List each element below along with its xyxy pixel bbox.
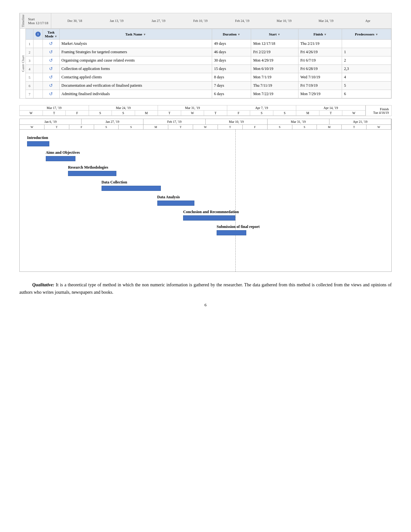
text-section: Qualitative: It is a theoretical type of…	[19, 281, 392, 296]
timeline-date-tick: Feb 10, '19	[180, 19, 221, 23]
row-info	[34, 56, 43, 65]
task-name-cell: Admitting finalised individuals	[59, 90, 212, 98]
timeline-date-tick: Feb 24, '19	[221, 19, 263, 23]
gantt-visual-header: Jan 6, '19Jan 27, '19Feb 17, '19Mar 10, …	[20, 119, 391, 125]
gantt-bar-row: Research Methodologies	[20, 166, 391, 177]
gantt-bar-row: Introduction	[20, 136, 391, 148]
gantt-subheader-day: T	[342, 125, 367, 129]
finish-cell: Thu 2/21/19	[298, 40, 342, 48]
gantt-subheader-day: T	[168, 125, 193, 129]
gantt-subheader-day: S	[119, 125, 143, 129]
row-info	[34, 40, 43, 48]
gantt-subheader-day: W	[367, 125, 391, 129]
row-number: 3	[26, 56, 34, 65]
bottom-date-cell: Mar 24, '19	[89, 105, 158, 110]
row-number: 2	[26, 48, 34, 56]
start-cell: Fri 2/22/19	[251, 48, 298, 56]
task-name-cell: Organising compaigns and cause related e…	[59, 56, 212, 65]
bottom-day-cell: T	[204, 111, 227, 115]
row-info	[34, 65, 43, 73]
timeline-date-tick: Jan 27, '19	[138, 19, 180, 23]
timeline-start-date: Mon 12/17/18	[28, 21, 48, 25]
bottom-date-cell: Mar 31, '19	[158, 105, 227, 110]
table-row: 6 ↺ Documentation and verification of fi…	[26, 82, 391, 90]
task-name-cell: Market Analysis	[59, 40, 212, 48]
gantt-bar-row: Submission of final report	[20, 225, 391, 237]
gantt-task-label: Introduction	[27, 135, 48, 140]
gantt-header-date: Jan 27, '19	[82, 119, 143, 124]
gantt-subheader-day: W	[20, 125, 44, 129]
duration-cell: 46 days	[212, 48, 251, 56]
row-number: 4	[26, 65, 34, 73]
gantt-subheader-day: M	[143, 125, 168, 129]
task-mode-icon: ↺	[49, 66, 53, 72]
timeline-header: Timeline Start Mon 12/17/18 Dec 30, '18J…	[20, 13, 391, 29]
task-mode-icon: ↺	[49, 41, 53, 46]
bottom-days-row: WTFSSMTWTFSSMTW	[20, 111, 366, 116]
task-mode-cell: ↺	[43, 56, 60, 65]
bottom-day-cell: S	[250, 111, 273, 115]
bottom-day-cell: S	[273, 111, 297, 115]
th-task-mode: TaskMode ▼	[43, 29, 60, 40]
gantt-subheader-day: S	[268, 125, 292, 129]
predecessors-cell	[342, 40, 391, 48]
duration-cell: 8 days	[212, 73, 251, 82]
bottom-day-cell: W	[20, 111, 43, 115]
gantt-bar	[46, 156, 75, 161]
info-icon: i	[35, 32, 41, 37]
start-cell: Thu 7/11/19	[251, 82, 298, 90]
gantt-task-label: Conclusion and Recommnedation	[183, 210, 239, 214]
gantt-table: i TaskMode ▼ Task Name ▼ Duration ▼ Star…	[25, 29, 391, 98]
gantt-subheader-day: T	[218, 125, 243, 129]
row-info	[34, 73, 43, 82]
gantt-header-date: Mar 10, '19	[206, 119, 268, 124]
timeline-date-tick: Dec 30, '18	[54, 19, 96, 23]
row-info	[34, 90, 43, 98]
table-row: 2 ↺ Framing Strategies for targeted cons…	[26, 48, 391, 56]
bottom-timeline-section: Mar 17, '19Mar 24, '19Mar 31, '19Apr 7, …	[19, 105, 392, 116]
row-number: 1	[26, 40, 34, 48]
predecessors-cell: 2,3	[342, 65, 391, 73]
start-cell: Mon 7/22/19	[251, 90, 298, 98]
gantt-task-label: Aims and Objectives	[46, 150, 80, 155]
gantt-task-label: Data Collection	[102, 180, 127, 185]
gantt-bar-row: Aims and Objectives	[20, 151, 391, 163]
task-mode-cell: ↺	[43, 82, 60, 90]
gantt-task-label: Data Analysis	[157, 195, 180, 200]
qualitative-text: It is a theoretical type of method in wh…	[19, 282, 392, 294]
task-mode-cell: ↺	[43, 73, 60, 82]
duration-cell: 6 days	[212, 90, 251, 98]
row-number: 6	[26, 82, 34, 90]
bottom-date-cell: Apr 7, '19	[227, 105, 297, 110]
page-number: 6	[19, 302, 392, 308]
gantt-bar-row: Data Collection	[20, 181, 391, 192]
predecessors-cell: 5	[342, 82, 391, 90]
start-cell: Mon 12/17/18	[251, 40, 298, 48]
gantt-chart-label: Gantt Chart	[20, 29, 25, 98]
bottom-day-cell: T	[319, 111, 343, 115]
finish-date: Tue 4/16/19	[373, 111, 389, 114]
row-number: 7	[26, 90, 34, 98]
gantt-task-label: Research Methodologies	[68, 165, 108, 170]
timeline-label: Timeline	[20, 13, 25, 28]
gantt-subheader-day: S	[292, 125, 317, 129]
gantt-section: Timeline Start Mon 12/17/18 Dec 30, '18J…	[19, 13, 392, 99]
bottom-day-cell: S	[112, 111, 135, 115]
duration-cell: 49 days	[212, 40, 251, 48]
bottom-day-cell: T	[43, 111, 66, 115]
duration-cell: 7 days	[212, 82, 251, 90]
bottom-date-cell: Mar 17, '19	[20, 105, 89, 110]
gantt-subheader-day: S	[94, 125, 119, 129]
gantt-tbody: 1 ↺ Market Analysis 49 days Mon 12/17/18…	[26, 40, 391, 98]
gantt-visual: Jan 6, '19Jan 27, '19Feb 17, '19Mar 10, …	[19, 119, 392, 272]
qualitative-paragraph: Qualitative: It is a theoretical type of…	[19, 281, 392, 296]
gantt-subheader-day: W	[193, 125, 218, 129]
gantt-header-date: Feb 17, '19	[143, 119, 205, 124]
task-name-cell: Contacting applied clients	[59, 73, 212, 82]
th-rownum	[26, 29, 34, 40]
duration-cell: 30 days	[212, 56, 251, 65]
finish-cell: Wed 7/10/19	[298, 73, 342, 82]
gantt-subheader-day: T	[44, 125, 69, 129]
table-header-row: i TaskMode ▼ Task Name ▼ Duration ▼ Star…	[26, 29, 391, 40]
th-finish: Finish ▼	[298, 29, 342, 40]
